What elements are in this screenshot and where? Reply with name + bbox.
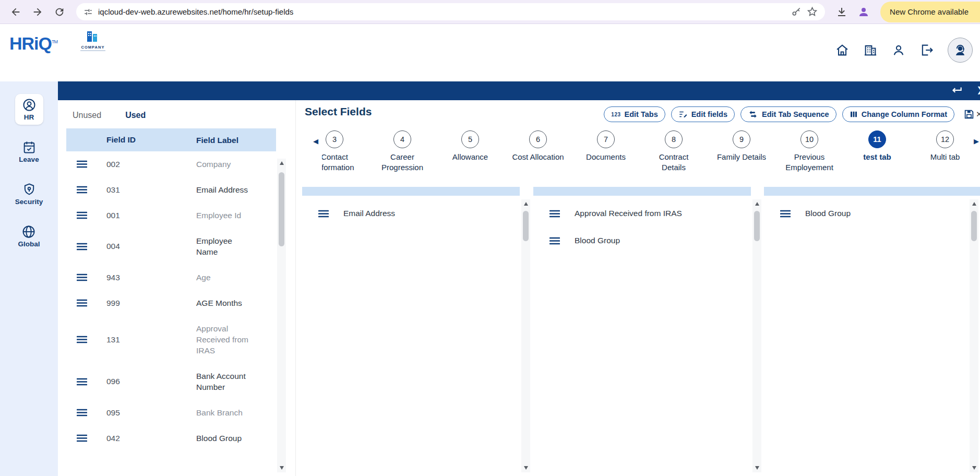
drag-handle-icon[interactable] <box>66 243 98 251</box>
drag-handle-icon[interactable] <box>66 378 98 386</box>
field-label: Bank Branch <box>190 407 276 418</box>
drag-handle-icon[interactable] <box>549 210 560 218</box>
chrome-update-button[interactable]: New Chrome available <box>880 2 980 22</box>
fields-list-scrollbar[interactable] <box>277 159 286 472</box>
drag-handle-icon[interactable] <box>318 210 329 218</box>
tab-number: 8 <box>665 130 683 148</box>
scroll-down-icon[interactable] <box>280 466 284 470</box>
wizard-tabstrip: 3Contact Information4Career Progression5… <box>322 130 970 184</box>
wizard-tab-6[interactable]: 6Cost Allocation <box>511 130 565 184</box>
tab-label: Cost Allocation <box>512 152 564 162</box>
organization-icon[interactable] <box>863 43 878 57</box>
user-icon[interactable] <box>891 43 906 57</box>
wizard-tab-5[interactable]: 5Allowance <box>443 130 497 184</box>
table-row[interactable]: 943Age <box>66 265 276 290</box>
scrollbar-thumb[interactable] <box>754 211 760 241</box>
edit-tab-sequence-button[interactable]: Edit Tab Sequence <box>740 106 836 122</box>
table-row[interactable]: 004Employee Name <box>66 228 276 265</box>
column-field-item[interactable]: Blood Group <box>533 227 751 254</box>
wizard-tab-12[interactable]: 12Multi tab <box>918 130 970 184</box>
table-row[interactable]: 042Blood Group <box>66 425 276 451</box>
drag-handle-icon[interactable] <box>66 409 98 416</box>
tab-label: Career Progression <box>375 152 429 173</box>
sidebar-item-hr[interactable]: HR <box>15 94 43 125</box>
wizard-tab-11[interactable]: 11test tab <box>850 130 904 184</box>
drag-handle-icon[interactable] <box>66 211 98 219</box>
column-2-scrollbar[interactable] <box>752 199 761 472</box>
scroll-down-icon[interactable] <box>755 466 759 470</box>
swap-icon <box>748 110 758 119</box>
return-arrow-icon[interactable] <box>950 84 963 100</box>
drag-handle-icon[interactable] <box>66 186 98 194</box>
site-info-icon[interactable] <box>83 7 93 17</box>
scroll-up-icon[interactable] <box>755 202 759 206</box>
tabs-scroll-right-icon[interactable]: ▶ <box>974 137 979 145</box>
sidebar-item-security[interactable]: Security <box>8 178 50 209</box>
field-id: 096 <box>98 377 190 386</box>
passwords-key-icon[interactable] <box>791 7 802 17</box>
support-avatar-icon[interactable] <box>948 38 973 63</box>
drag-handle-icon[interactable] <box>66 336 98 343</box>
table-row[interactable]: 095Bank Branch <box>66 400 276 425</box>
drag-handle-icon[interactable] <box>780 210 791 218</box>
change-column-format-button[interactable]: Change Column Format <box>842 106 954 122</box>
profile-icon[interactable] <box>854 3 873 21</box>
column-3-scrollbar[interactable] <box>970 199 978 472</box>
scrollbar-thumb[interactable] <box>279 172 284 246</box>
scrollbar-thumb[interactable] <box>971 211 977 241</box>
tab-number: 7 <box>597 130 615 148</box>
column-field-item[interactable]: Email Address <box>302 200 520 227</box>
wizard-tab-9[interactable]: 9Family Details <box>714 130 769 184</box>
scrollbar-thumb[interactable] <box>523 211 529 241</box>
field-id: 001 <box>98 211 190 220</box>
column-field-item[interactable]: Blood Group <box>764 200 970 227</box>
back-icon[interactable] <box>6 3 25 21</box>
scroll-down-icon[interactable] <box>524 466 528 470</box>
drag-handle-icon[interactable] <box>66 160 98 168</box>
table-row[interactable]: 001Employee Id <box>66 203 276 228</box>
drag-handle-icon[interactable] <box>549 237 560 245</box>
scroll-up-icon[interactable] <box>524 202 528 206</box>
table-row[interactable]: 096Bank Account Number <box>66 363 276 400</box>
wizard-tab-7[interactable]: 7Documents <box>579 130 633 184</box>
sidebar-item-global[interactable]: Global <box>11 221 46 252</box>
edit-tabs-button[interactable]: 123 Edit Tabs <box>604 106 665 122</box>
logout-icon[interactable] <box>919 43 934 57</box>
table-row[interactable]: 002Company <box>66 151 276 177</box>
edit-fields-button[interactable]: Edit fields <box>671 106 735 122</box>
columns-icon <box>850 110 858 118</box>
save-icon[interactable] <box>963 109 975 120</box>
tab-unused[interactable]: Unused <box>73 111 101 120</box>
column-1-scrollbar[interactable] <box>521 199 530 472</box>
column-field-item[interactable]: Approval Received from IRAS <box>533 200 751 227</box>
wizard-tab-4[interactable]: 4Career Progression <box>375 130 429 184</box>
table-row[interactable]: 031Email Address <box>66 177 276 203</box>
wizard-tab-10[interactable]: 10Previous Employement <box>782 130 836 184</box>
field-id: 943 <box>98 273 190 282</box>
wizard-tab-8[interactable]: 8Contract Details <box>647 130 701 184</box>
table-row[interactable]: 999AGE Months <box>66 290 276 316</box>
tab-label: Multi tab <box>930 152 960 162</box>
scroll-up-icon[interactable] <box>972 202 976 206</box>
scroll-up-icon[interactable] <box>280 161 284 165</box>
drag-handle-icon[interactable] <box>66 299 98 307</box>
url-text[interactable]: iqcloud-dev-web.azurewebsites.net/home/h… <box>98 7 786 16</box>
bookmark-star-icon[interactable] <box>807 6 818 17</box>
table-row[interactable]: 131Approval Received from IRAS <box>66 316 276 363</box>
tab-used[interactable]: Used <box>125 111 146 120</box>
download-icon[interactable] <box>832 3 851 21</box>
field-label: Approval Received from IRAS <box>190 323 276 356</box>
home-icon[interactable] <box>835 43 850 57</box>
reload-icon[interactable] <box>50 3 69 21</box>
forward-icon[interactable] <box>28 3 47 21</box>
scroll-down-icon[interactable] <box>972 466 976 470</box>
drag-handle-icon[interactable] <box>66 273 98 281</box>
collapse-icon[interactable]: ❯ <box>976 85 980 94</box>
sidebar-item-leave[interactable]: Leave <box>12 136 45 167</box>
close-icon[interactable]: ✕ <box>976 110 980 119</box>
column-header-field-id: Field ID <box>98 135 190 145</box>
tabs-scroll-left-icon[interactable]: ◀ <box>313 137 318 145</box>
wizard-tab-3[interactable]: 3Contact Information <box>322 130 362 184</box>
drag-handle-icon[interactable] <box>66 434 98 442</box>
url-bar[interactable]: iqcloud-dev-web.azurewebsites.net/home/h… <box>76 3 825 20</box>
